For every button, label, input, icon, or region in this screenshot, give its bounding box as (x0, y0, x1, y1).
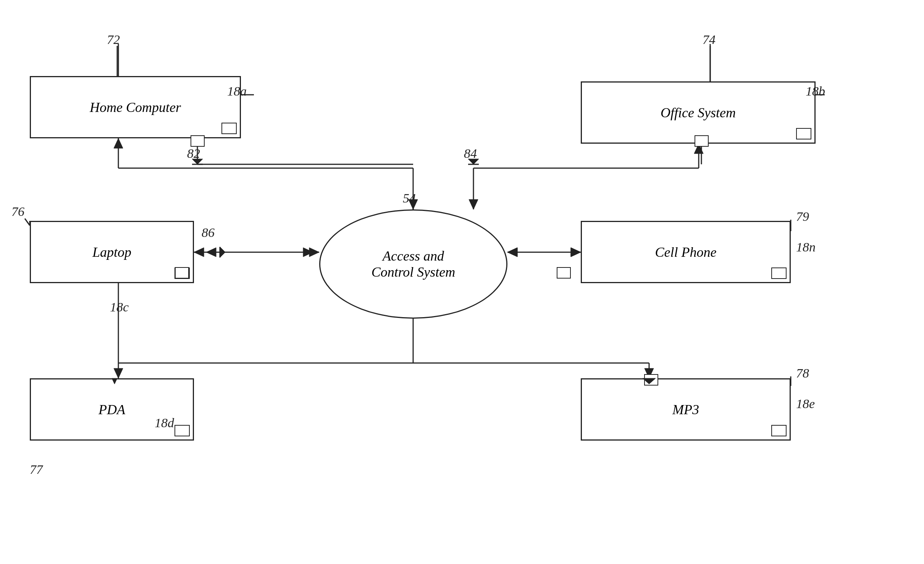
cell-phone-connector (771, 267, 787, 279)
mp3-box: MP3 (581, 378, 791, 441)
access-control-oval: Access and Control System (319, 209, 507, 319)
ref-76: 76 (11, 204, 24, 219)
ref-78: 78 (796, 366, 809, 381)
svg-marker-43 (571, 248, 581, 257)
cell-phone-box: Cell Phone (581, 221, 791, 283)
svg-line-51 (25, 219, 30, 225)
ref-18e: 18e (796, 397, 815, 411)
svg-marker-20 (571, 248, 581, 257)
svg-marker-40 (303, 248, 313, 257)
svg-marker-16 (309, 248, 319, 257)
svg-marker-39 (206, 248, 216, 257)
svg-marker-25 (114, 368, 123, 378)
access-control-label: Access and Control System (372, 248, 456, 280)
ref-18n: 18n (796, 240, 816, 254)
office-system-box: Office System (581, 81, 816, 144)
laptop-connector (174, 267, 190, 279)
ref-18a: 18a (227, 84, 247, 99)
ref-18b: 18b (806, 84, 825, 99)
cell-phone-label: Cell Phone (655, 244, 717, 260)
office-system-connector (796, 128, 811, 139)
pda-label: PDA (99, 402, 125, 418)
office-system-label: Office System (661, 105, 736, 121)
ref-54: 54 (403, 191, 416, 206)
svg-marker-27 (645, 368, 654, 378)
pda-box: PDA (30, 378, 194, 441)
svg-marker-11 (694, 144, 703, 154)
svg-marker-44 (507, 248, 517, 257)
ref-18c: 18c (110, 300, 129, 314)
ref-72: 72 (107, 32, 120, 47)
diagram-container: Home Computer Office System Laptop Cell … (0, 0, 924, 564)
mp3-connector (771, 425, 787, 436)
pda-connector (174, 425, 190, 436)
mp3-label: MP3 (672, 402, 699, 418)
laptop-label: Laptop (92, 244, 131, 260)
home-computer-connector (221, 123, 237, 134)
svg-marker-6 (114, 138, 123, 148)
svg-marker-13 (469, 199, 478, 209)
ref-82: 82 (187, 146, 200, 161)
home-computer-box: Home Computer (30, 76, 241, 138)
home-computer-label: Home Computer (90, 99, 181, 115)
ref-86: 86 (202, 225, 215, 240)
ref-77: 77 (30, 462, 43, 477)
ref-79: 79 (796, 209, 809, 224)
ref-18d: 18d (155, 416, 174, 430)
svg-rect-45 (557, 267, 570, 278)
ref-74: 74 (703, 32, 716, 47)
laptop-box: Laptop (30, 221, 194, 283)
svg-marker-41 (220, 247, 225, 258)
svg-marker-21 (507, 248, 517, 257)
svg-marker-18 (194, 248, 204, 257)
ref-84: 84 (464, 146, 477, 161)
